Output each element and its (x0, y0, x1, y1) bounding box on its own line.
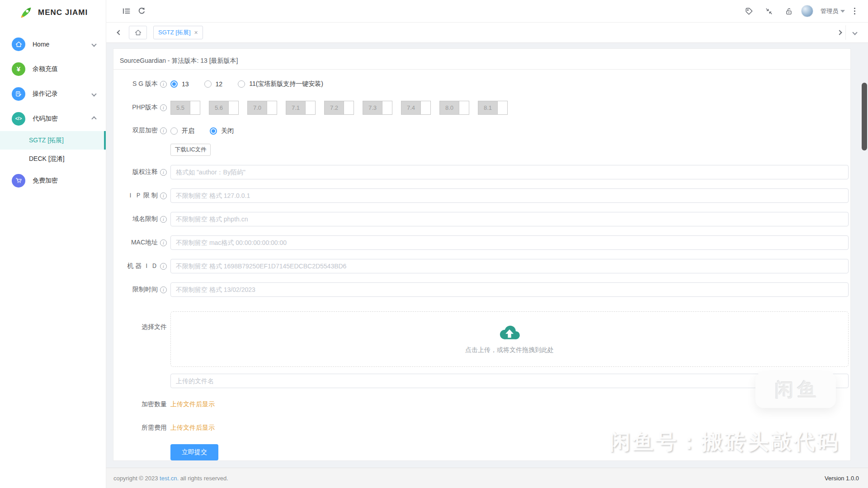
tag-icon[interactable] (741, 4, 757, 19)
php-checkbox-7-2[interactable]: 7.2 (324, 101, 354, 115)
field-label: S G 版本 i (120, 80, 167, 88)
radio-encrypt-on[interactable]: 开启 (170, 127, 194, 135)
unlock-icon[interactable] (781, 4, 797, 19)
version-text: Version 1.0.0 (825, 475, 859, 482)
php-version-tag: 8.0 (440, 101, 459, 114)
main-column: 管理员 SGTZ [拓展] × SourceGuardian - 算法版本: 1… (106, 0, 868, 488)
sidebar-item-balance-recharge[interactable]: ¥ 余额充值 (0, 56, 106, 81)
file-select-row: 选择文件 (120, 311, 849, 388)
form-card: SourceGuardian - 算法版本: 13 [最新版本] S G 版本 … (113, 48, 851, 461)
copyright-link[interactable]: test.cn. (160, 475, 179, 482)
user-avatar[interactable] (801, 5, 813, 17)
php-checkbox-8-0[interactable]: 8.0 (439, 101, 469, 115)
radio-icon (204, 80, 212, 88)
tabs-dropdown-button[interactable] (845, 25, 863, 40)
field-label: 版权注释 i (120, 168, 167, 176)
tabs-scroll-right-icon[interactable] (834, 27, 845, 38)
php-version-options: 5.5 5.6 7.0 7.1 7.2 7.3 7.4 8.0 8.1 (170, 101, 849, 115)
download-lic-button[interactable]: 下载LIC文件 (170, 144, 211, 156)
copyright-note-input[interactable] (170, 165, 849, 179)
collapse-sidebar-icon[interactable] (118, 4, 134, 19)
uploaded-filename-input[interactable] (170, 374, 849, 388)
more-options-icon[interactable] (849, 5, 860, 17)
field-label: Ｉ Ｐ 限 制 i (120, 192, 167, 200)
php-checkbox-7-1[interactable]: 7.1 (286, 101, 316, 115)
xianyu-watermark-logo: 闲鱼 (755, 372, 836, 408)
sidebar-item-home[interactable]: Home (0, 32, 106, 56)
fee-value: 上传文件后显示 (170, 424, 215, 432)
tabs-scroll-left-icon[interactable] (113, 27, 125, 38)
user-menu[interactable]: 管理员 (818, 7, 845, 15)
label-text: Ｉ Ｐ 限 制 (127, 192, 158, 200)
radio-sg-13[interactable]: 13 (170, 80, 189, 88)
sidebar-subitem-sgtz[interactable]: SGTZ [拓展] (0, 131, 106, 150)
upload-hint-text: 点击上传，或将文件拖拽到此处 (465, 346, 554, 354)
checkbox-icon (267, 101, 277, 114)
copyright-suffix: all rights reserved. (179, 475, 228, 482)
time-limit-input[interactable] (170, 282, 849, 297)
php-checkbox-5-5[interactable]: 5.5 (170, 101, 200, 115)
tab-label: SGTZ [拓展] (158, 28, 191, 37)
radio-sg-11[interactable]: 11(宝塔新版支持一键安装) (238, 80, 323, 88)
yen-glyph: ¥ (17, 65, 20, 73)
php-checkbox-5-6[interactable]: 5.6 (209, 101, 239, 115)
sidebar-item-label: 操作记录 (33, 90, 92, 98)
php-checkbox-7-3[interactable]: 7.3 (363, 101, 392, 115)
info-icon[interactable]: i (160, 127, 167, 134)
info-icon[interactable]: i (160, 216, 167, 223)
ip-limit-input[interactable] (170, 188, 849, 203)
label-text: 限制时间 (132, 286, 158, 294)
close-icon[interactable]: × (194, 29, 198, 36)
topbar: 管理员 (106, 0, 868, 23)
sidebar-item-label: 免费加密 (33, 177, 96, 185)
mac-address-row: MAC地址 i (120, 235, 849, 250)
copyright-text: copyright © 2023 test.cn. all rights res… (113, 475, 228, 482)
php-checkbox-8-1[interactable]: 8.1 (478, 101, 508, 115)
php-version-tag: 5.6 (209, 101, 228, 114)
info-icon[interactable]: i (160, 104, 167, 111)
label-text: 所需费用 (142, 424, 167, 432)
refresh-icon[interactable] (134, 4, 149, 19)
info-icon[interactable]: i (160, 169, 167, 176)
radio-sg-12[interactable]: 12 (204, 80, 223, 88)
home-icon (12, 38, 25, 51)
info-icon[interactable]: i (160, 81, 167, 88)
sidebar-subitem-deck[interactable]: DECK [混淆] (0, 150, 106, 168)
sidebar-item-operation-records[interactable]: 操作记录 (0, 81, 106, 106)
sidebar-item-code-encrypt[interactable]: </> 代码加密 (0, 106, 106, 131)
info-icon[interactable]: i (160, 192, 167, 199)
mac-address-input[interactable] (170, 235, 849, 250)
machine-id-input[interactable] (170, 259, 849, 273)
sidebar: MENC JIAMI Home ¥ 余额充值 操作记录 (0, 0, 106, 488)
sidebar-item-label: Home (33, 41, 92, 48)
copyright-note-row: 版权注释 i (120, 165, 849, 179)
upload-dropzone[interactable]: 点击上传，或将文件拖拽到此处 (170, 311, 849, 367)
double-encrypt-options: 开启 关闭 下载LIC文件 (170, 124, 849, 156)
sidebar-item-free-encrypt[interactable]: 免费加密 (0, 168, 106, 193)
scrollbar-thumb[interactable] (862, 83, 867, 150)
info-icon[interactable]: i (160, 263, 167, 270)
field-label: 机 器 Ｉ Ｄ i (120, 262, 167, 270)
tab-sgtz[interactable]: SGTZ [拓展] × (153, 26, 203, 39)
field-label: 加密数量 (120, 400, 167, 408)
radio-label: 11(宝塔新版支持一键安装) (249, 80, 323, 88)
submit-button[interactable]: 立即提交 (170, 444, 218, 460)
info-icon[interactable]: i (160, 286, 167, 293)
info-icon[interactable]: i (160, 239, 167, 246)
home-tab-button[interactable] (129, 26, 147, 39)
code-glyph: </> (15, 116, 22, 121)
php-version-tag: 7.0 (248, 101, 267, 114)
tab-bar: SGTZ [拓展] × (106, 23, 868, 43)
php-checkbox-7-0[interactable]: 7.0 (247, 101, 277, 115)
php-version-tag: 7.3 (363, 101, 382, 114)
domain-limit-input[interactable] (170, 212, 849, 226)
fullscreen-icon[interactable] (761, 4, 777, 19)
field-label: 选择文件 (120, 323, 167, 331)
balance-icon: ¥ (12, 62, 25, 76)
radio-encrypt-off[interactable]: 关闭 (210, 127, 234, 135)
label-text: 机 器 Ｉ Ｄ (127, 262, 158, 270)
home-icon (135, 29, 142, 36)
label-text: 选择文件 (142, 323, 167, 331)
app-logo: MENC JIAMI (0, 0, 106, 25)
php-checkbox-7-4[interactable]: 7.4 (401, 101, 431, 115)
